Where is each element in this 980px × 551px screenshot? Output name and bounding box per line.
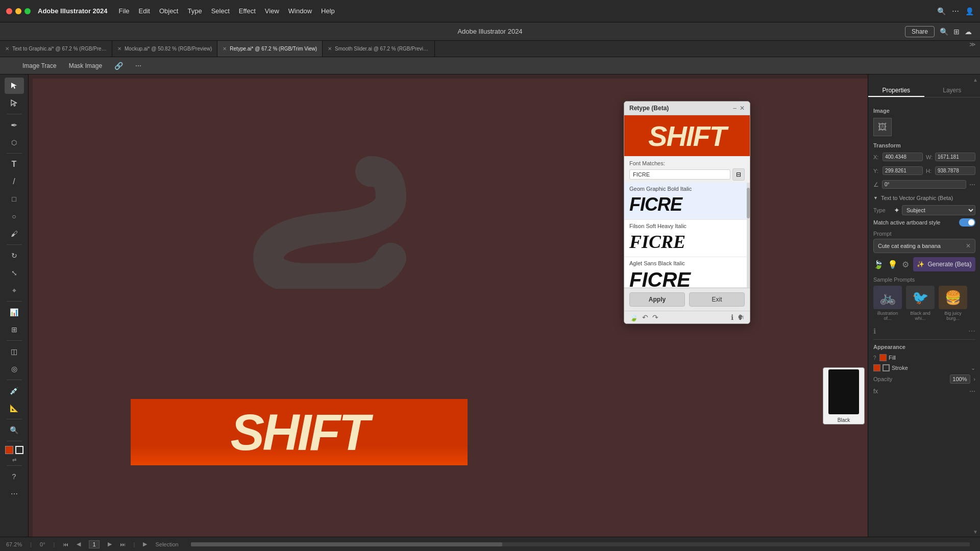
settings-icon[interactable]: ⚙ <box>902 260 909 269</box>
angle-control[interactable]: 0° <box>40 541 45 547</box>
more-info-icon[interactable]: ⋯ <box>968 327 975 335</box>
play-icon[interactable]: ▶ <box>143 541 147 547</box>
exit-button[interactable]: Exit <box>689 292 745 307</box>
fill-swatch[interactable] <box>5 446 13 454</box>
leaf-action-icon[interactable]: 🍃 <box>873 260 884 269</box>
stroke-arrow-icon[interactable]: ⌄ <box>971 365 975 371</box>
tab-3[interactable]: ✕ Smooth Slider.ai @ 67.2 % (RGB/Preview… <box>323 41 435 57</box>
menu-view[interactable]: View <box>265 7 279 15</box>
tab-properties[interactable]: Properties <box>868 85 924 97</box>
minimize-button[interactable] <box>15 8 21 14</box>
toolbar-image-trace[interactable]: Image Trace <box>18 61 61 71</box>
canvas-area[interactable]: SHIFT Retype (Beta) – ✕ SHIFT Font Match… <box>29 74 868 537</box>
tool-blend[interactable]: ◎ <box>5 361 24 377</box>
nav-prev[interactable]: ◀ <box>77 541 81 547</box>
tool-direct-select[interactable] <box>5 95 24 111</box>
tool-rotate[interactable]: ↻ <box>5 247 24 264</box>
stroke-color-swatch[interactable] <box>883 364 890 371</box>
retype-close-icon[interactable]: ✕ <box>740 105 745 112</box>
tool-graph[interactable]: 📊 <box>5 304 24 320</box>
scroll-bar[interactable] <box>191 542 970 546</box>
tab-1[interactable]: ✕ Mockup.ai* @ 50.82 % (RGB/Preview) <box>112 41 217 57</box>
tool-question[interactable]: ? <box>5 468 24 485</box>
nav-first[interactable]: ⏮ <box>63 541 68 547</box>
share-icon[interactable]: 🗣 <box>738 313 745 321</box>
tool-pen[interactable]: ✒ <box>5 117 24 133</box>
match-toggle[interactable] <box>959 218 975 227</box>
tab-layers[interactable]: Layers <box>924 85 981 97</box>
menu-object[interactable]: Object <box>159 7 179 15</box>
opacity-input[interactable] <box>950 374 970 384</box>
vector-section-header[interactable]: ▼ Text to Vector Graphic (Beta) <box>873 195 975 201</box>
tool-mesh[interactable]: ⊞ <box>5 321 24 338</box>
more-icon[interactable]: ⋯ <box>952 7 959 15</box>
tool-ellipse[interactable]: ○ <box>5 208 24 224</box>
retype-collapse-icon[interactable]: – <box>733 105 737 112</box>
tool-measure[interactable]: 📐 <box>5 400 24 416</box>
tab-close-0[interactable]: ✕ <box>5 46 9 52</box>
font-search-input[interactable] <box>629 169 730 180</box>
tab-0[interactable]: ✕ Text to Graphic.ai* @ 67.2 % (RGB/Prev… <box>0 41 112 57</box>
font-list-scrollbar-thumb[interactable] <box>747 188 750 218</box>
filter-button[interactable]: ⊟ <box>732 168 745 181</box>
type-select[interactable]: Subject <box>902 205 975 215</box>
y-input[interactable] <box>883 166 923 175</box>
sample-thumb-0[interactable]: 🚲 <box>873 286 902 309</box>
tab-close-1[interactable]: ✕ <box>117 46 121 52</box>
leaf-icon[interactable]: 🍃 <box>629 313 638 321</box>
tool-select[interactable] <box>5 78 24 94</box>
apply-button[interactable]: Apply <box>629 292 685 307</box>
tool-scale[interactable]: ⤡ <box>5 265 24 281</box>
page-number[interactable]: 1 <box>89 540 99 548</box>
tool-more[interactable]: ⋯ <box>5 486 24 502</box>
tabs-more-icon[interactable]: ≫ <box>969 41 980 57</box>
font-list-scrollbar[interactable] <box>747 183 750 288</box>
angle-input[interactable] <box>882 180 966 189</box>
sample-thumb-2[interactable]: 🍔 <box>939 286 967 309</box>
fx-more-icon[interactable]: ⋯ <box>969 388 975 395</box>
opacity-expand-icon[interactable]: › <box>973 376 975 382</box>
tool-eyedropper[interactable]: 💉 <box>5 383 24 399</box>
maximize-button[interactable] <box>24 8 31 14</box>
search-icon[interactable]: 🔍 <box>940 28 948 36</box>
menu-type[interactable]: Type <box>187 7 202 15</box>
menu-select[interactable]: Select <box>211 7 230 15</box>
undo-icon[interactable]: ↶ <box>642 313 648 321</box>
tool-rect[interactable]: □ <box>5 191 24 207</box>
menu-window[interactable]: Window <box>288 7 312 15</box>
h-input[interactable] <box>935 166 975 175</box>
x-input[interactable] <box>883 153 923 161</box>
tool-text[interactable]: T <box>5 156 24 172</box>
font-item-2[interactable]: Aglet Sans Black Italic FICRE <box>624 257 750 288</box>
black-swatch[interactable] <box>828 369 859 414</box>
image-thumbnail[interactable]: 🖼 <box>873 118 892 136</box>
tool-warp[interactable]: ⌖ <box>5 282 24 298</box>
toolbar-link-icon[interactable]: 🔗 <box>110 60 127 71</box>
tool-anchor[interactable]: ⬡ <box>5 134 24 151</box>
tool-line[interactable]: / <box>5 173 24 190</box>
tool-paint[interactable]: 🖌 <box>5 226 24 242</box>
info-icon[interactable]: ℹ <box>731 313 733 321</box>
more-transform-icon[interactable]: ⋯ <box>969 181 975 188</box>
tab-close-2[interactable]: ✕ <box>223 46 227 52</box>
tab-close-3[interactable]: ✕ <box>328 46 332 52</box>
toolbar-mask-image[interactable]: Mask Image <box>65 61 106 71</box>
share-button[interactable]: Share <box>905 26 935 37</box>
menu-help[interactable]: Help <box>321 7 335 15</box>
arrange-icon[interactable]: ⊞ <box>953 28 960 36</box>
font-item-1[interactable]: Filson Soft Heavy Italic FICRE <box>624 220 750 257</box>
generate-button[interactable]: ✨ Generate (Beta) <box>913 257 975 271</box>
menu-effect[interactable]: Effect <box>239 7 256 15</box>
redo-icon[interactable]: ↷ <box>652 313 658 321</box>
sample-thumb-1[interactable]: 🐦 <box>906 286 935 309</box>
user-icon[interactable]: 👤 <box>965 7 974 15</box>
info-icon[interactable]: ℹ <box>873 327 876 335</box>
close-button[interactable] <box>6 8 12 14</box>
lightbulb-icon[interactable]: 💡 <box>888 260 898 269</box>
prompt-clear-button[interactable]: ✕ <box>966 242 971 249</box>
scroll-top[interactable] <box>29 74 868 79</box>
toolbar-more[interactable]: ⋯ <box>131 61 145 71</box>
menu-file[interactable]: File <box>119 7 130 15</box>
scroll-down-arrow[interactable]: ▼ <box>973 529 978 535</box>
scroll-left[interactable] <box>29 74 33 537</box>
